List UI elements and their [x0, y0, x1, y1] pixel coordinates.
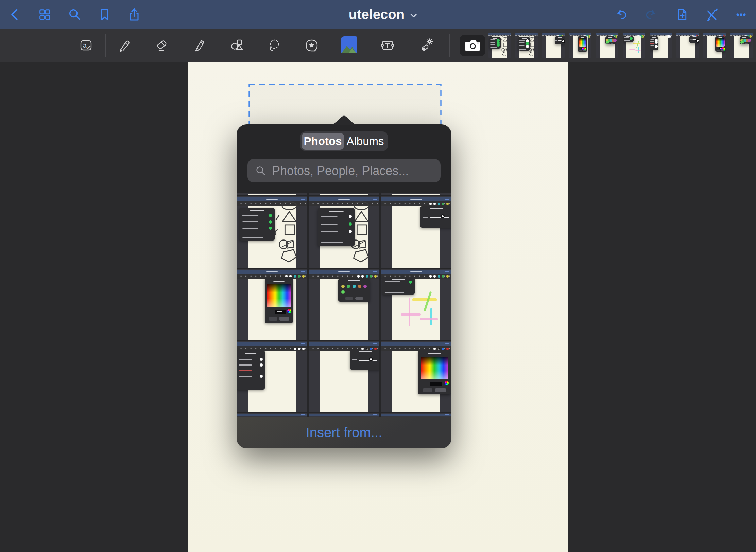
photo-grid-row: [237, 196, 451, 268]
photo-thumbnail[interactable]: [381, 269, 451, 340]
page-thumbnail[interactable]: [623, 33, 645, 58]
mini-screenshot: [596, 33, 618, 58]
mini-screenshot: [381, 269, 451, 340]
photo-thumbnail[interactable]: [381, 341, 451, 412]
more-icon[interactable]: [731, 5, 751, 24]
mini-screenshot: [623, 33, 645, 58]
photo-thumbnail[interactable]: [309, 196, 379, 268]
camera-icon: [465, 39, 480, 52]
photo-thumbnail: [309, 413, 379, 417]
photo-thumbnail: [309, 193, 379, 195]
stop-editing-icon[interactable]: [701, 5, 721, 24]
magnifier-icon: [255, 165, 267, 177]
mini-screenshot: [488, 33, 511, 58]
page-thumbnail[interactable]: [676, 33, 699, 58]
app-window: utelecon: [0, 0, 756, 552]
undo-icon[interactable]: [612, 5, 631, 24]
photo-thumbnail: [381, 193, 451, 195]
zoom-window-tool[interactable]: a: [77, 36, 96, 55]
drawing-toolbar: a: [0, 29, 756, 62]
document-title[interactable]: utelecon: [349, 0, 418, 29]
page-thumbnail-strip: [488, 33, 753, 58]
photo-grid-row: [237, 193, 451, 195]
mini-screenshot: [381, 196, 451, 268]
page-thumbnail[interactable]: [650, 33, 672, 58]
tab-albums-label: Albums: [346, 135, 384, 148]
shapes-tool[interactable]: [228, 36, 247, 55]
photo-thumbnail[interactable]: [237, 196, 307, 268]
mini-screenshot: [237, 196, 307, 268]
mini-screenshot: [542, 33, 565, 58]
photo-grid-row: [237, 413, 451, 417]
insert-from-button[interactable]: Insert from...: [237, 417, 451, 448]
laser-pointer-tool[interactable]: [416, 36, 435, 55]
photo-thumbnail: [237, 193, 307, 195]
tab-albums[interactable]: Albums: [344, 133, 386, 150]
mini-screenshot: [237, 269, 307, 340]
mini-screenshot: [703, 33, 726, 58]
mini-screenshot: [309, 341, 379, 412]
page-thumbnail[interactable]: [730, 33, 753, 58]
mini-screenshot: [237, 413, 307, 417]
page-thumbnail[interactable]: [596, 33, 618, 58]
mini-screenshot: [237, 341, 307, 412]
image-tool[interactable]: [340, 36, 359, 55]
mini-screenshot: [309, 269, 379, 340]
page-thumbnail[interactable]: [703, 33, 726, 58]
mini-screenshot: [650, 33, 672, 58]
document-title-label: utelecon: [349, 7, 405, 22]
page-thumbnail[interactable]: [569, 33, 591, 58]
eraser-tool[interactable]: [153, 36, 172, 55]
popover-arrow: [330, 115, 358, 125]
mini-screenshot: [515, 33, 538, 58]
search-icon[interactable]: [65, 5, 85, 24]
pages-grid-icon[interactable]: [35, 5, 55, 24]
photo-grid-row: [237, 341, 451, 412]
photo-picker-tabs: Photos Albums: [300, 131, 388, 151]
photo-thumbnail[interactable]: [237, 341, 307, 412]
title-chevron-down-icon: [409, 11, 418, 20]
lasso-tool[interactable]: [265, 36, 284, 55]
search-placeholder: Photos, People, Places...: [272, 164, 409, 178]
redo-icon: [641, 5, 661, 24]
mini-screenshot: [237, 193, 307, 195]
mini-screenshot: [309, 413, 379, 417]
bookmark-icon[interactable]: [95, 5, 115, 24]
tab-photos-label: Photos: [304, 135, 342, 148]
photo-thumbnail: [237, 413, 307, 417]
photo-thumbnail: [381, 413, 451, 417]
toolbar-divider: [449, 34, 450, 57]
insert-from-label: Insert from...: [306, 425, 382, 440]
photo-thumbnail[interactable]: [237, 269, 307, 340]
page-thumbnail[interactable]: [488, 33, 511, 58]
photo-grid-row: [237, 269, 451, 340]
photo-picker-popover: Photos Albums Photos, People, Places...: [237, 124, 451, 448]
mini-screenshot: [730, 33, 753, 58]
svg-text:a: a: [83, 42, 87, 49]
sticker-tool[interactable]: [302, 36, 321, 55]
photo-thumbnail[interactable]: [309, 341, 379, 412]
back-icon[interactable]: [5, 5, 25, 24]
page-thumbnail[interactable]: [515, 33, 538, 58]
toolbar-divider: [105, 34, 106, 57]
photo-thumbnail[interactable]: [381, 196, 451, 268]
photo-thumbnail[interactable]: [309, 269, 379, 340]
mini-screenshot: [309, 196, 379, 268]
mini-screenshot: [381, 193, 451, 195]
mini-screenshot: [569, 33, 591, 58]
mini-screenshot: [381, 341, 451, 412]
mini-screenshot: [309, 193, 379, 195]
mini-screenshot: [381, 413, 451, 417]
tab-photos[interactable]: Photos: [302, 133, 344, 150]
add-page-icon[interactable]: [671, 5, 691, 24]
mini-screenshot: [676, 33, 699, 58]
share-icon[interactable]: [124, 5, 144, 24]
photo-search-input[interactable]: Photos, People, Places...: [247, 159, 441, 182]
text-tool[interactable]: [378, 36, 397, 55]
top-navigation-bar: utelecon: [0, 0, 756, 29]
photo-grid: [237, 193, 451, 417]
camera-button[interactable]: [460, 35, 485, 56]
highlighter-tool[interactable]: [190, 36, 209, 55]
page-thumbnail[interactable]: [542, 33, 565, 58]
pen-tool[interactable]: [115, 36, 134, 55]
